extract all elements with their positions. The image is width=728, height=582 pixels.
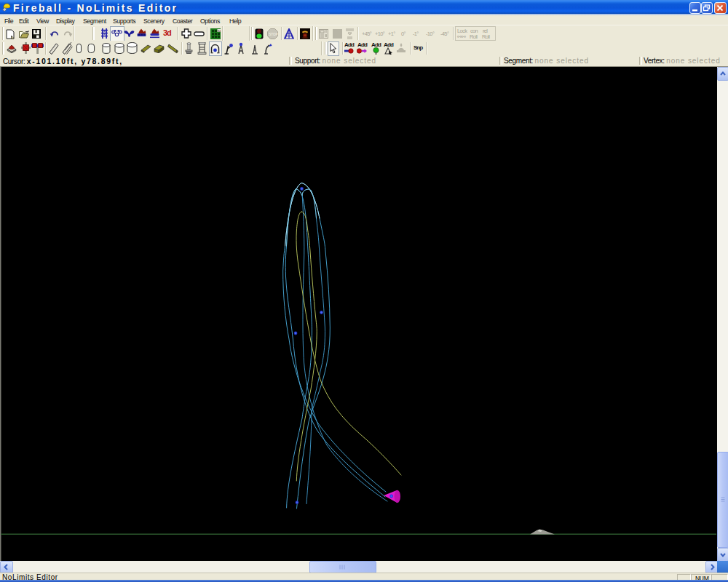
svg-text:3d: 3d [218,29,221,33]
svg-text:STOP: STOP [269,33,277,36]
